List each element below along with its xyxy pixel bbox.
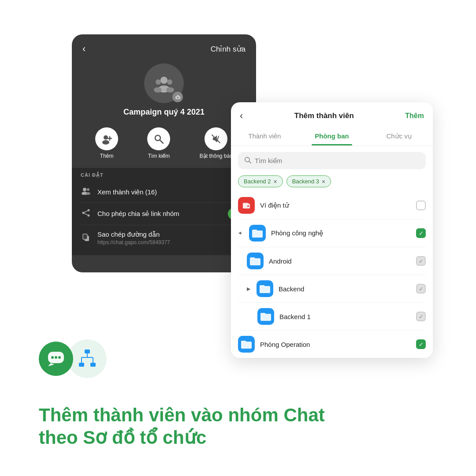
svg-rect-31 — [243, 203, 248, 205]
svg-line-29 — [249, 161, 251, 163]
svg-rect-38 — [79, 363, 84, 367]
svg-point-1 — [156, 79, 161, 85]
panel-header: ‹ Thêm thành viên Thêm — [231, 102, 433, 128]
list-item-phong-operation[interactable]: Phòng Operation ✓ — [238, 331, 426, 358]
svg-line-25 — [84, 213, 88, 215]
members-icon — [81, 187, 91, 197]
people-icon — [81, 187, 91, 195]
svg-point-18 — [87, 188, 89, 191]
copy-icon — [81, 233, 91, 244]
settings-members[interactable]: Xem thành viên (16) — [81, 182, 247, 203]
list-item-backend[interactable]: ▶ Backend ✓ — [238, 275, 426, 303]
share-arrow-icon — [82, 208, 90, 217]
svg-point-7 — [177, 97, 178, 98]
panel-title: Thêm thành viên — [294, 112, 354, 120]
svg-line-14 — [160, 140, 163, 143]
backend-label: Backend — [279, 285, 411, 293]
back-icon[interactable]: ‹ — [82, 43, 86, 55]
tag-backend2: Backend 2 × — [238, 175, 283, 187]
svg-rect-37 — [85, 350, 90, 353]
tab-phong-ban[interactable]: Phòng ban — [298, 128, 366, 145]
org-chart-icon — [68, 339, 107, 378]
tag-backend2-close[interactable]: × — [273, 178, 277, 185]
share-link-text: Cho phép chia sẻ link nhóm — [97, 210, 222, 218]
camera-icon — [175, 95, 181, 100]
backend-icon — [257, 280, 273, 297]
action-add[interactable]: Thêm — [95, 127, 118, 159]
panel-back-button[interactable]: ‹ — [240, 110, 243, 122]
svg-point-10 — [102, 140, 109, 145]
group-avatar-icon — [153, 72, 175, 94]
backend1-checkbox[interactable]: ✓ — [416, 312, 426, 321]
search-magnifier-icon — [244, 156, 251, 164]
copy-link-url: https://chat.gapo.com/5849377 — [97, 239, 247, 245]
panel-add-button[interactable]: Thêm — [405, 112, 424, 120]
action-row: Thêm Tìm kiếm Bật thông báo — [72, 123, 256, 168]
list-item-phong-cong-nghe[interactable]: ▼ Phòng công nghệ ✓ — [238, 219, 426, 247]
svg-line-24 — [84, 211, 88, 212]
search-label: Tìm kiếm — [148, 153, 170, 159]
edit-label[interactable]: Chỉnh sửa — [211, 45, 245, 54]
tag-backend2-label: Backend 2 — [244, 178, 271, 185]
backend-checkbox[interactable]: ✓ — [416, 284, 426, 294]
headline-line1: Thêm thành viên vào nhóm Chat — [39, 405, 325, 425]
add-member-label: Thêm — [100, 153, 114, 159]
phong-operation-icon — [238, 336, 255, 353]
svg-rect-39 — [90, 363, 96, 367]
svg-point-4 — [154, 87, 162, 93]
copy-link-text: Sao chép đường dẫn — [97, 231, 247, 238]
svg-point-21 — [88, 209, 90, 211]
tab-thanh-vien[interactable]: Thành viên — [231, 128, 298, 145]
settings-title: CÀI ĐẶT — [81, 172, 247, 178]
department-list: Ví điện tử ▼ Phòng công nghệ ✓ Android ✓ — [231, 192, 433, 358]
folder-icon-5 — [240, 339, 253, 350]
list-item-vi-dien-tu[interactable]: Ví điện tử — [238, 192, 426, 219]
settings-copy-link[interactable]: Sao chép đường dẫn https://chat.gapo.com… — [81, 225, 247, 251]
add-member-panel: ‹ Thêm thành viên Thêm Thành viên Phòng … — [231, 102, 433, 358]
share-icon — [81, 208, 91, 219]
svg-rect-27 — [83, 234, 87, 239]
search-bar — [238, 152, 426, 169]
copy-link-icon — [82, 233, 90, 242]
mute-icon-circle — [205, 127, 227, 150]
chat-dots-icon — [47, 351, 65, 367]
action-mute[interactable]: Bật thông báo — [200, 127, 233, 159]
settings-share-link[interactable]: Cho phép chia sẻ link nhóm — [81, 203, 247, 225]
phong-cong-nghe-expand[interactable]: ▼ — [238, 231, 243, 236]
headline-line2: theo Sơ đồ tổ chức — [39, 427, 206, 448]
search-input[interactable] — [255, 157, 420, 164]
card-header: ‹ Chỉnh sửa — [72, 34, 256, 59]
tag-backend3-close[interactable]: × — [322, 178, 325, 185]
group-avatar[interactable] — [144, 63, 184, 103]
camera-badge[interactable] — [172, 92, 183, 102]
tab-chuc-vu[interactable]: Chức vụ — [365, 128, 433, 145]
folder-icon-3 — [259, 283, 271, 294]
android-checkbox[interactable]: ✓ — [416, 256, 426, 266]
list-item-android[interactable]: Android ✓ — [238, 247, 426, 275]
phong-cong-nghe-icon — [249, 225, 266, 242]
svg-point-36 — [58, 356, 61, 359]
svg-point-20 — [86, 192, 90, 195]
search-icon-circle — [147, 127, 170, 150]
vi-dien-tu-checkbox[interactable] — [416, 201, 426, 210]
bottom-icons-row — [39, 339, 107, 378]
wallet-icon — [242, 201, 251, 210]
action-search[interactable]: Tìm kiếm — [147, 127, 170, 159]
folder-icon-2 — [249, 256, 261, 266]
android-icon — [247, 253, 264, 269]
bottom-text: Thêm thành viên vào nhóm Chat theo Sơ đồ… — [39, 404, 450, 449]
mute-label: Bật thông báo — [200, 153, 233, 159]
list-item-backend1[interactable]: Backend 1 ✓ — [238, 303, 426, 331]
backend-expand[interactable]: ▶ — [247, 286, 250, 292]
svg-point-5 — [166, 87, 174, 93]
phong-operation-checkbox[interactable]: ✓ — [416, 339, 426, 349]
search-icon — [153, 134, 164, 144]
svg-point-35 — [55, 356, 57, 359]
folder-icon-4 — [260, 311, 272, 322]
headline: Thêm thành viên vào nhóm Chat theo Sơ đồ… — [39, 404, 450, 449]
phong-cong-nghe-checkbox[interactable]: ✓ — [416, 228, 426, 238]
backend1-label: Backend 1 — [279, 313, 411, 320]
tab-row: Thành viên Phòng ban Chức vụ — [231, 128, 433, 146]
vi-dien-tu-icon — [238, 197, 255, 214]
tags-row: Backend 2 × Backend 3 × — [231, 174, 433, 192]
